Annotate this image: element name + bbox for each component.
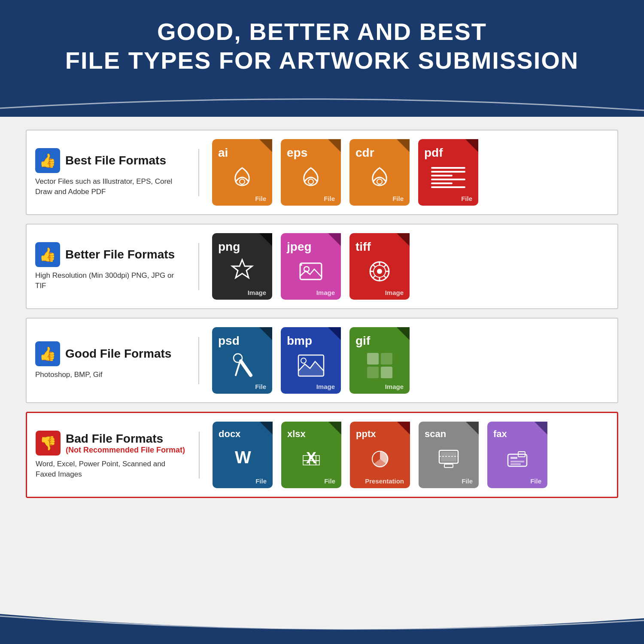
- better-row-description: High Resolution (Min 300dpi) PNG, JPG or…: [35, 270, 185, 291]
- svg-point-2: [377, 179, 382, 184]
- psd-file-icon: Psd File: [212, 327, 272, 394]
- svg-rect-34: [316, 461, 319, 465]
- better-thumb-badge: 👍: [35, 242, 60, 267]
- svg-line-19: [241, 361, 251, 375]
- good-row-description: Photoshop, BMP, Gif: [35, 370, 185, 380]
- thumbs-down-icon: 👎: [39, 435, 57, 451]
- fax-file-icon: fax File: [487, 422, 547, 488]
- good-row-left: 👍 Good File Formats Photoshop, BMP, Gif: [35, 341, 198, 380]
- best-row-description: Vector Files such as Illustrator, EPS, C…: [35, 176, 185, 197]
- fax-graphic: [504, 440, 530, 477]
- best-thumb-badge: 👍: [35, 148, 60, 173]
- bad-row-subtitle: (Not Recommended File Format): [66, 446, 185, 454]
- scan-file-icon: scan File: [419, 422, 479, 488]
- good-row: 👍 Good File Formats Photoshop, BMP, Gif …: [26, 318, 618, 403]
- best-title-area: 👍 Best File Formats: [35, 148, 185, 173]
- bad-title-area: 👎 Bad File Formats (Not Recommended File…: [36, 431, 186, 456]
- best-row-title: Best File Formats: [65, 154, 166, 167]
- content-wrapper: 👍 Best File Formats Vector Files such as…: [0, 117, 644, 644]
- title-line2: FILE TYPES FOR ARTWORK SUBMISSION: [65, 47, 579, 74]
- svg-point-22: [301, 358, 306, 363]
- gif-file-icon: Gif Image: [349, 327, 410, 394]
- pptx-file-icon: pptx Presentation: [350, 422, 410, 488]
- thumbs-up-icon-2: 👍: [39, 246, 56, 263]
- svg-rect-4: [300, 263, 322, 279]
- better-row: 👍 Better File Formats High Resolution (M…: [26, 224, 618, 309]
- svg-rect-37: [441, 452, 456, 462]
- tiff-file-icon: tiff: [349, 233, 410, 300]
- svg-rect-25: [367, 367, 379, 378]
- bad-title-text: Bad File Formats (Not Recommended File F…: [66, 432, 185, 455]
- svg-line-16: [384, 264, 386, 267]
- best-files-container: ai File EPS File: [212, 139, 609, 206]
- svg-rect-38: [444, 464, 453, 468]
- bmp-file-icon: Bmp Image: [281, 327, 341, 394]
- eps-file-icon: EPS File: [281, 139, 341, 206]
- svg-point-0: [240, 179, 245, 184]
- jpeg-graphic: [298, 254, 324, 289]
- gif-graphic: [366, 348, 394, 383]
- docx-file-icon: docx W File: [213, 422, 273, 488]
- svg-line-15: [384, 276, 386, 278]
- svg-text:X: X: [306, 449, 316, 467]
- tiff-graphic: [367, 254, 392, 289]
- ai-graphic: [229, 160, 255, 195]
- better-row-left: 👍 Better File Formats High Resolution (M…: [35, 242, 198, 291]
- svg-rect-26: [381, 367, 392, 378]
- svg-rect-43: [510, 463, 521, 465]
- cdr-graphic: [367, 160, 392, 195]
- better-files-container: png Image Jpeg: [212, 233, 609, 300]
- eps-graphic: [298, 160, 324, 195]
- svg-rect-31: [316, 456, 319, 461]
- bmp-graphic: [297, 348, 325, 383]
- svg-line-14: [373, 264, 375, 267]
- better-divider: [198, 243, 199, 290]
- svg-text:W: W: [235, 448, 251, 467]
- bad-row: 👎 Bad File Formats (Not Recommended File…: [26, 412, 618, 498]
- bad-row-description: Word, Excel, Power Point, Scanned and Fa…: [36, 459, 186, 480]
- svg-point-1: [308, 179, 313, 184]
- main-container: GOOD, BETTER AND BEST FILE TYPES FOR ART…: [0, 0, 644, 644]
- svg-line-20: [236, 363, 240, 375]
- header-section: GOOD, BETTER AND BEST FILE TYPES FOR ART…: [0, 0, 644, 88]
- inner-content: 👍 Best File Formats Vector Files such as…: [0, 117, 644, 614]
- png-file-icon: png Image: [212, 233, 272, 300]
- bad-thumb-badge: 👎: [36, 431, 61, 456]
- bad-divider: [199, 431, 200, 479]
- ai-file-icon: ai File: [212, 139, 272, 206]
- title-line1: GOOD, BETTER AND BEST: [157, 18, 487, 45]
- good-files-container: Psd File Bmp: [212, 327, 609, 394]
- pdf-file-icon: Pdf File: [418, 139, 478, 206]
- scan-graphic: [436, 440, 462, 477]
- pptx-graphic: [368, 440, 392, 477]
- top-swoosh: [0, 87, 644, 117]
- pdf-graphic: [429, 160, 468, 195]
- thumbs-up-icon: 👍: [39, 152, 56, 169]
- good-divider: [198, 337, 199, 384]
- better-title-area: 👍 Better File Formats: [35, 242, 185, 267]
- good-thumb-badge: 👍: [35, 341, 60, 366]
- best-row-left: 👍 Best File Formats Vector Files such as…: [35, 148, 198, 197]
- docx-graphic: W: [231, 440, 255, 477]
- cdr-file-icon: cdr File: [349, 139, 410, 206]
- bad-row-left: 👎 Bad File Formats (Not Recommended File…: [36, 431, 199, 480]
- psd-graphic: [229, 348, 255, 383]
- svg-rect-42: [510, 461, 524, 462]
- best-row: 👍 Best File Formats Vector Files such as…: [26, 130, 618, 215]
- main-title: GOOD, BETTER AND BEST FILE TYPES FOR ART…: [26, 17, 618, 75]
- thumbs-up-icon-3: 👍: [39, 346, 56, 362]
- jpeg-file-icon: Jpeg Image: [281, 233, 341, 300]
- svg-rect-24: [381, 353, 392, 365]
- svg-line-17: [373, 276, 375, 278]
- bad-row-title: Bad File Formats: [66, 432, 163, 445]
- good-row-title: Good File Formats: [65, 347, 171, 361]
- bad-files-container: docx W File xlsx: [213, 422, 608, 488]
- svg-rect-41: [510, 457, 517, 459]
- best-divider: [198, 149, 199, 196]
- svg-rect-23: [367, 353, 379, 365]
- xlsx-file-icon: xlsx X File: [281, 422, 341, 488]
- svg-marker-3: [232, 260, 252, 278]
- xlsx-graphic: X: [299, 440, 324, 477]
- svg-point-6: [301, 264, 302, 266]
- svg-point-9: [377, 269, 382, 274]
